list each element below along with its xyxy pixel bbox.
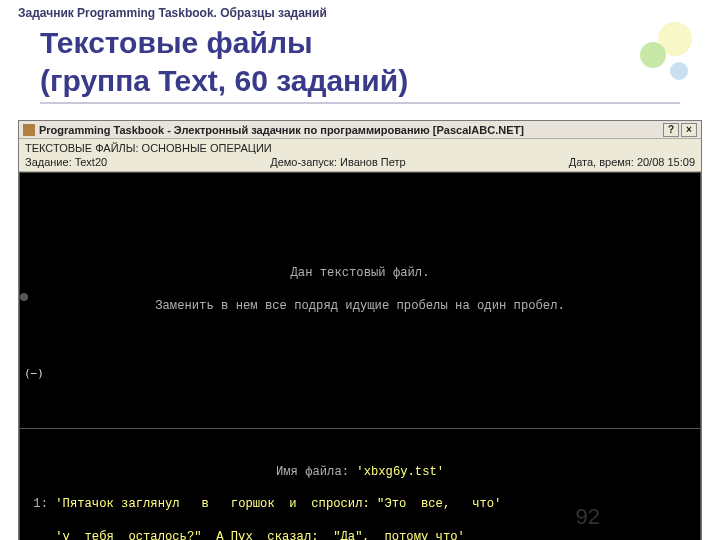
- close-button[interactable]: ×: [681, 123, 697, 137]
- task-id: Задание: Text20: [25, 156, 107, 168]
- window-title: Programming Taskbook - Электронный задач…: [39, 124, 524, 136]
- task-info-bar: ТЕКСТОВЫЕ ФАЙЛЫ: ОСНОВНЫЕ ОПЕРАЦИИ Задан…: [19, 139, 701, 172]
- title-underline: [40, 102, 680, 104]
- task-datetime: Дата, время: 20/08 15:09: [569, 156, 695, 168]
- window-titlebar: Programming Taskbook - Электронный задач…: [19, 121, 701, 139]
- problem-statement: Дан текстовый файл. Заменить в нем все п…: [20, 243, 700, 329]
- page-title-line1: Текстовые файлы: [40, 26, 313, 59]
- filename-line: Имя файла: 'xbxg6y.tst': [26, 464, 694, 480]
- problem-line2: Заменить в нем все подряд идущие пробелы…: [155, 299, 565, 313]
- task-category: ТЕКСТОВЫЕ ФАЙЛЫ: ОСНОВНЫЕ ОПЕРАЦИИ: [25, 142, 695, 154]
- page-number: 92: [576, 504, 600, 530]
- problem-line1: Дан текстовый файл.: [291, 266, 430, 280]
- filename-prefix: Имя файла:: [276, 465, 356, 479]
- collapse-minus-icon[interactable]: (−): [24, 367, 44, 382]
- app-icon: [23, 124, 35, 136]
- demo-user: Демо-запуск: Иванов Петр: [270, 156, 405, 168]
- input-line: 'у тебя осталось?" А Пух сказал: "Да", п…: [26, 529, 694, 540]
- decorative-dots: [632, 18, 702, 88]
- page-title-line2: (группа Text, 60 заданий): [40, 64, 408, 97]
- filename-value: 'xbxg6y.tst': [356, 465, 444, 479]
- page-title: Текстовые файлы (группа Text, 60 заданий…: [40, 24, 408, 99]
- help-button[interactable]: ?: [663, 123, 679, 137]
- breadcrumb: Задачник Programming Taskbook. Образцы з…: [18, 6, 327, 20]
- taskbook-window: Programming Taskbook - Электронный задач…: [18, 120, 702, 540]
- slide-bullet-icon: [20, 293, 28, 301]
- terminal-area: Дан текстовый файл. Заменить в нем все п…: [19, 172, 701, 540]
